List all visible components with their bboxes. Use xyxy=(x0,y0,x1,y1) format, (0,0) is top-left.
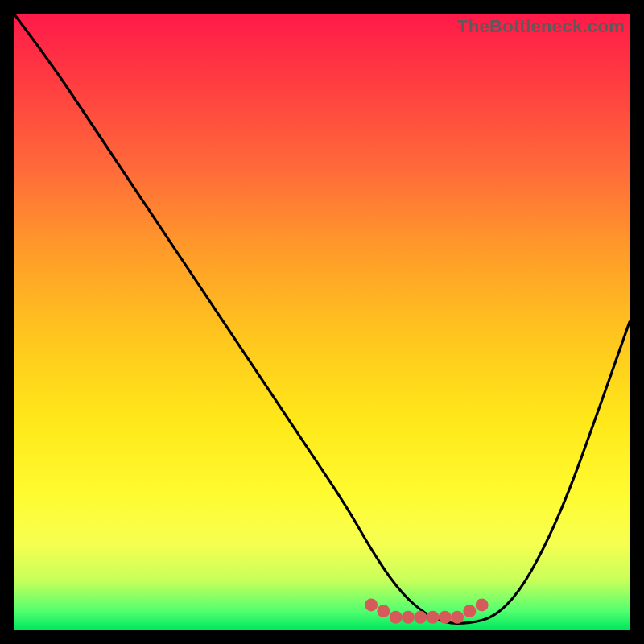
plot-area: TheBottleneck.com xyxy=(14,14,630,630)
marker-dot xyxy=(402,611,415,624)
marker-dot xyxy=(390,611,402,624)
marker-dot xyxy=(476,598,489,611)
marker-dot xyxy=(451,611,464,624)
marker-dot xyxy=(439,611,452,624)
bottleneck-curve xyxy=(14,14,630,623)
marker-dot xyxy=(414,611,427,624)
marker-dot xyxy=(427,611,440,624)
marker-dot xyxy=(365,598,378,611)
marker-dot xyxy=(377,605,390,617)
marker-dot xyxy=(463,605,476,617)
curve-svg xyxy=(14,14,630,630)
chart-frame: TheBottleneck.com xyxy=(0,0,644,644)
curve-floor-dots xyxy=(365,598,489,623)
